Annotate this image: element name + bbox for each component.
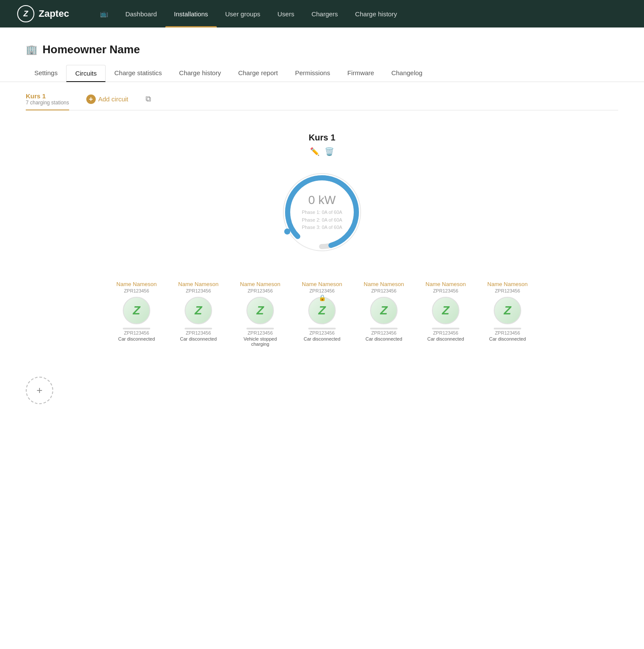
charger-card-3[interactable]: Name Nameson ZPR123456 🔒 Z ZPR123456 Car… <box>296 281 348 347</box>
charger-id-top-3: ZPR123456 <box>310 288 335 293</box>
charger-icon-bg-0: Z <box>123 297 150 324</box>
gauge-phase1: Phase 1: 0A of 60A <box>302 209 342 216</box>
header: Z Zaptec 📺 Dashboard Installations User … <box>0 0 644 27</box>
charger-card-5[interactable]: Name Nameson ZPR123456 Z ZPR123456 Car d… <box>420 281 471 347</box>
charger-name-0: Name Nameson <box>116 281 157 287</box>
charger-name-1: Name Nameson <box>178 281 219 287</box>
charger-id-bottom-2: ZPR123456 <box>248 330 273 335</box>
zaptec-logo-1: Z <box>194 304 202 317</box>
charger-card-0[interactable]: Name Nameson ZPR123456 Z ZPR123456 Car d… <box>111 281 162 347</box>
charger-icon-wrapper-3: 🔒 Z <box>308 297 336 324</box>
charger-name-5: Name Nameson <box>425 281 466 287</box>
nav-item-dashboard[interactable]: Dashboard <box>117 0 165 27</box>
logo-text: Zaptec <box>39 8 69 19</box>
charger-status-2: Vehicle stopped charging <box>234 336 286 347</box>
charger-icon-bg-2: Z <box>246 297 274 324</box>
delete-icon[interactable]: 🗑️ <box>325 147 334 156</box>
zaptec-logo-0: Z <box>133 304 140 317</box>
power-gauge: 0 kW Phase 1: 0A of 60A Phase 2: 0A of 6… <box>275 165 369 259</box>
add-circuit-label: Add circuit <box>98 95 128 103</box>
page-title: Homeowner Name <box>43 43 140 56</box>
charger-icon-bg-6: Z <box>494 297 521 324</box>
copy-icon: ⧉ <box>146 94 151 103</box>
gauge-phase3: Phase 3: 0A of 60A <box>302 224 342 232</box>
charger-id-bottom-5: ZPR123456 <box>433 330 459 335</box>
charger-icon-wrapper-5: Z <box>432 297 459 324</box>
charger-icon-bg-4: Z <box>370 297 398 324</box>
page-header: 🏢 Homeowner Name <box>0 27 644 56</box>
charger-bars-4 <box>370 328 398 329</box>
charger-status-4: Car disconnected <box>365 336 402 341</box>
tab-changelog[interactable]: Changelog <box>383 65 431 82</box>
nav-item-user-groups[interactable]: User groups <box>217 0 269 27</box>
zaptec-logo-5: Z <box>442 304 449 317</box>
charger-name-3: Name Nameson <box>302 281 342 287</box>
charger-status-0: Car disconnected <box>118 336 155 341</box>
charger-id-top-1: ZPR123456 <box>186 288 211 293</box>
main-content: 🏢 Homeowner Name Settings Circuits Charg… <box>0 27 644 649</box>
nav-item-chargers[interactable]: Chargers <box>303 0 346 27</box>
charger-bars-6 <box>494 328 521 329</box>
gauge-center: 0 kW Phase 1: 0A of 60A Phase 2: 0A of 6… <box>302 193 342 232</box>
charger-id-top-0: ZPR123456 <box>124 288 149 293</box>
charger-bars-2 <box>246 328 274 329</box>
charger-status-3: Car disconnected <box>304 336 340 341</box>
charger-bars-0 <box>123 328 150 329</box>
charger-id-top-5: ZPR123456 <box>433 288 459 293</box>
charger-id-bottom-0: ZPR123456 <box>124 330 149 335</box>
circuit-diagram: Kurs 1 ✏️ 🗑️ 0 kW <box>26 124 618 364</box>
tab-charge-history[interactable]: Charge history <box>170 65 230 82</box>
edit-icon[interactable]: ✏️ <box>310 147 319 156</box>
nav-tv-icon[interactable]: 📺 <box>91 0 117 27</box>
circuits-section: Kurs 1 7 charging stations + Add circuit… <box>0 82 644 364</box>
circuit-edit-actions: ✏️ 🗑️ <box>310 147 334 156</box>
add-circuit-plus-icon: + <box>86 94 96 104</box>
tab-charge-statistics[interactable]: Charge statistics <box>106 65 170 82</box>
tab-settings[interactable]: Settings <box>26 65 66 82</box>
charger-status-1: Car disconnected <box>180 336 217 341</box>
charger-id-top-2: ZPR123456 <box>248 288 273 293</box>
building-icon: 🏢 <box>26 44 37 55</box>
gauge-phases: Phase 1: 0A of 60A Phase 2: 0A of 60A Ph… <box>302 209 342 232</box>
tab-charge-report[interactable]: Charge report <box>230 65 287 82</box>
charger-id-top-6: ZPR123456 <box>495 288 520 293</box>
nav-item-installations[interactable]: Installations <box>165 0 216 27</box>
tab-firmware[interactable]: Firmware <box>339 65 383 82</box>
charger-card-1[interactable]: Name Nameson ZPR123456 Z ZPR123456 Car d… <box>173 281 224 347</box>
circuit-stations: 7 charging stations <box>26 100 69 106</box>
charger-name-6: Name Nameson <box>487 281 528 287</box>
charger-icon-wrapper-6: Z <box>494 297 521 324</box>
tab-circuits[interactable]: Circuits <box>66 65 106 82</box>
charger-bars-1 <box>185 328 212 329</box>
add-charger-plus-icon: + <box>36 384 43 396</box>
add-circuit-button[interactable]: + Add circuit <box>86 94 128 108</box>
logo-circle: Z <box>17 5 34 22</box>
charger-card-2[interactable]: Name Nameson ZPR123456 Z ZPR123456 Vehic… <box>234 281 286 347</box>
charger-bars-3 <box>308 328 336 329</box>
circuit-tab-kurs1[interactable]: Kurs 1 7 charging stations <box>26 92 69 110</box>
zaptec-logo-6: Z <box>504 304 511 317</box>
nav-item-charge-history[interactable]: Charge history <box>346 0 406 27</box>
zaptec-logo-4: Z <box>380 304 387 317</box>
circuit-tabs-bar: Kurs 1 7 charging stations + Add circuit… <box>26 92 618 110</box>
tv-icon: 📺 <box>100 10 108 18</box>
logo[interactable]: Z Zaptec <box>17 5 69 22</box>
charger-icon-wrapper-2: Z <box>246 297 274 324</box>
gauge-value: 0 kW <box>302 193 342 207</box>
charger-card-4[interactable]: Name Nameson ZPR123456 Z ZPR123456 Car d… <box>358 281 410 347</box>
svg-point-3 <box>284 229 290 235</box>
charger-id-bottom-4: ZPR123456 <box>371 330 397 335</box>
add-charger-button[interactable]: + <box>26 377 53 404</box>
nav-item-users[interactable]: Users <box>269 0 303 27</box>
charger-id-bottom-1: ZPR123456 <box>186 330 211 335</box>
charger-status-6: Car disconnected <box>489 336 526 341</box>
circuit-name: Kurs 1 <box>26 92 69 100</box>
charger-status-5: Car disconnected <box>427 336 464 341</box>
charger-icon-bg-1: Z <box>185 297 212 324</box>
gauge-phase2: Phase 2: 0A of 60A <box>302 216 342 224</box>
charger-card-6[interactable]: Name Nameson ZPR123456 Z ZPR123456 Car d… <box>482 281 533 347</box>
copy-circuit-button[interactable]: ⧉ <box>146 94 151 108</box>
tab-permissions[interactable]: Permissions <box>286 65 339 82</box>
charger-icon-wrapper-0: Z <box>123 297 150 324</box>
charger-id-bottom-3: ZPR123456 <box>310 330 335 335</box>
